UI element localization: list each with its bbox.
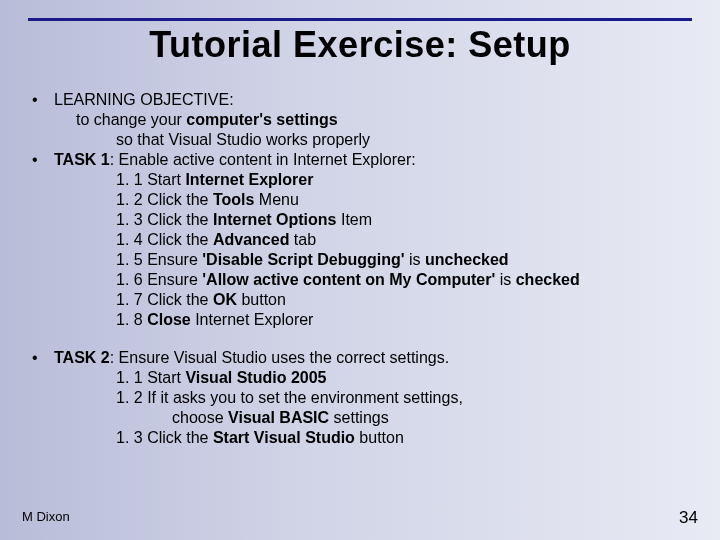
task1-label: TASK 1: Enable active content in Interne… [54, 150, 416, 170]
task2-row: • TASK 2: Ensure Visual Studio uses the … [32, 348, 688, 368]
task1-step-2: 1. 2 Click the Tools Menu [116, 190, 688, 210]
learning-objective-row: • LEARNING OBJECTIVE: [32, 90, 688, 110]
task1-step-4: 1. 4 Click the Advanced tab [116, 230, 688, 250]
task1-row: • TASK 1: Enable active content in Inter… [32, 150, 688, 170]
bullet-icon: • [32, 150, 54, 170]
footer-author: M Dixon [22, 509, 70, 524]
header-rule [28, 18, 692, 21]
task1-step-7: 1. 7 Click the OK button [116, 290, 688, 310]
bullet-icon: • [32, 90, 54, 110]
slide-body: • LEARNING OBJECTIVE: to change your com… [32, 90, 688, 448]
task2-step-2b: choose Visual BASIC settings [172, 408, 688, 428]
task1-step-3: 1. 3 Click the Internet Options Item [116, 210, 688, 230]
task2-label: TASK 2: Ensure Visual Studio uses the co… [54, 348, 449, 368]
objective-line-1: to change your computer's settings [76, 110, 688, 130]
page-number: 34 [679, 508, 698, 528]
task1-step-5: 1. 5 Ensure 'Disable Script Debugging' i… [116, 250, 688, 270]
task1-step-6: 1. 6 Ensure 'Allow active content on My … [116, 270, 688, 290]
task2-step-1: 1. 1 Start Visual Studio 2005 [116, 368, 688, 388]
task2-step-2: 1. 2 If it asks you to set the environme… [116, 388, 688, 408]
learning-objective-label: LEARNING OBJECTIVE: [54, 90, 234, 110]
slide-title: Tutorial Exercise: Setup [0, 24, 720, 66]
task1-step-1: 1. 1 Start Internet Explorer [116, 170, 688, 190]
task1-step-8: 1. 8 Close Internet Explorer [116, 310, 688, 330]
task2-step-3: 1. 3 Click the Start Visual Studio butto… [116, 428, 688, 448]
bullet-icon: • [32, 348, 54, 368]
objective-line-2: so that Visual Studio works properly [116, 130, 688, 150]
